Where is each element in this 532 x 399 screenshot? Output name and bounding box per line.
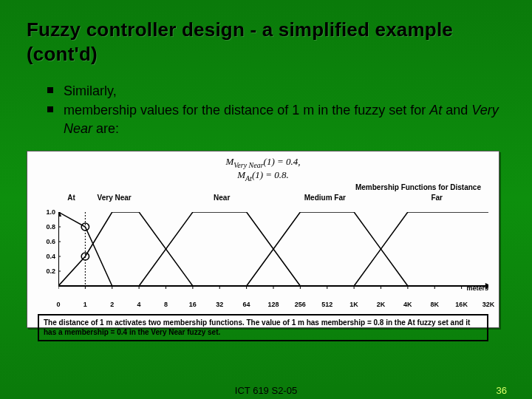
x-tick: 512 xyxy=(321,301,332,308)
x-tick: 2K xyxy=(377,301,386,308)
x-tick: 32K xyxy=(482,301,495,308)
slide: Fuzzy controller design - a simplified e… xyxy=(0,0,532,399)
x-tick: 1 xyxy=(83,301,87,308)
fuzzy-label-mediumfar: Medium Far xyxy=(304,194,346,202)
fuzzy-label-verynear: Very Near xyxy=(98,194,132,202)
bullet-text: Similarly, xyxy=(64,83,117,98)
x-axis: 0 1 2 4 8 16 32 64 128 256 512 1K 2K 4K … xyxy=(58,301,488,310)
x-tick: 2 xyxy=(110,301,114,308)
fuzzy-label-at: At xyxy=(67,194,75,202)
x-tick: 4K xyxy=(403,301,412,308)
x-tick: 8K xyxy=(430,301,439,308)
chart-heading: Membership Functions for Distance xyxy=(30,183,496,191)
bullet-item: Similarly, xyxy=(47,82,505,100)
x-tick: 32 xyxy=(216,301,223,308)
axis-unit: meters xyxy=(466,284,488,292)
eq-symbol: M xyxy=(225,156,233,167)
y-tick: 0.8 xyxy=(46,223,55,231)
y-tick: 0.2 xyxy=(46,267,55,275)
fuzzy-label-far: Far xyxy=(431,194,443,202)
fuzzy-label-near: Near xyxy=(214,194,230,202)
x-tick: 64 xyxy=(243,301,250,308)
x-tick: 1K xyxy=(349,301,358,308)
eq-rhs: (1) = 0.4, xyxy=(264,156,301,167)
bullet-text: are: xyxy=(92,121,119,136)
footer-course: ICT 619 S2-05 xyxy=(235,385,297,396)
figure-caption: The distance of 1 m activates two member… xyxy=(38,314,488,341)
eq-subscript: At xyxy=(245,174,252,183)
footer-page: 36 xyxy=(497,385,507,396)
figure-panel: MVery Near(1) = 0.4, MAt(1) = 0.8. Membe… xyxy=(27,151,499,328)
x-tick: 128 xyxy=(267,301,279,308)
chart-area: 1.0 0.8 0.6 0.4 0.2 xyxy=(58,212,488,301)
eq-symbol: M xyxy=(237,169,245,180)
y-tick: 0.4 xyxy=(46,253,55,260)
page-title: Fuzzy controller design - a simplified e… xyxy=(27,18,505,66)
x-tick: 8 xyxy=(164,301,168,308)
y-tick: 0.6 xyxy=(46,238,55,245)
y-tick: 1.0 xyxy=(46,208,55,216)
fuzzy-set-labels: At Very Near Near Medium Far Far xyxy=(58,194,488,209)
x-tick: 16K xyxy=(455,301,468,308)
x-tick: 16 xyxy=(189,301,197,308)
bullet-text-italic: At xyxy=(429,103,442,117)
bullet-text: and xyxy=(442,103,471,117)
eq-subscript: Very Near xyxy=(233,160,263,168)
eq-rhs: (1) = 0.8. xyxy=(252,169,289,180)
bullet-item: membership values for the distance of 1 … xyxy=(47,101,505,137)
bullet-list: Similarly, membership values for the dis… xyxy=(47,82,505,137)
chart-svg xyxy=(58,212,488,301)
bullet-text: membership values for the distance of 1 … xyxy=(64,103,429,117)
x-tick: 256 xyxy=(295,301,306,308)
equation-block: MVery Near(1) = 0.4, MAt(1) = 0.8. xyxy=(30,156,496,183)
x-tick: 0 xyxy=(56,301,60,308)
x-tick: 4 xyxy=(137,301,141,308)
y-axis: 1.0 0.8 0.6 0.4 0.2 xyxy=(35,212,55,286)
